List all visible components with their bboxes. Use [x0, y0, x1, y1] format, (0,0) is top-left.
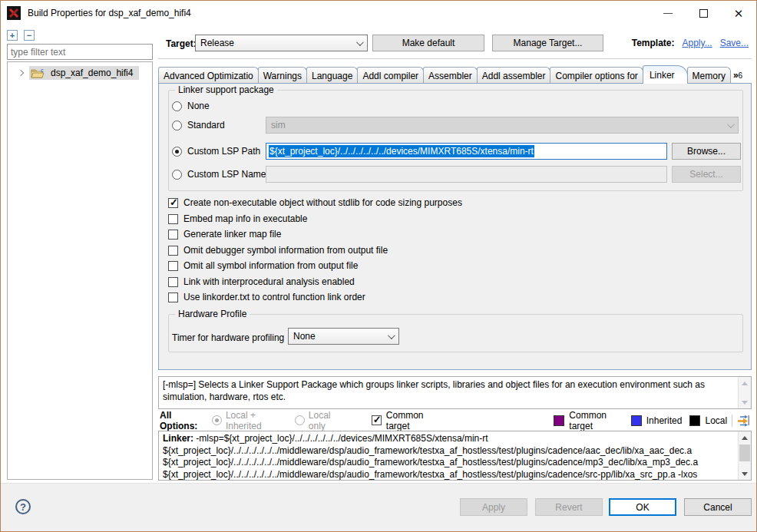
- minimize-button[interactable]: [650, 1, 686, 25]
- checkbox-label[interactable]: Embed map info in executable: [183, 213, 307, 224]
- chevron-down-icon: [356, 38, 364, 46]
- footer: ? Apply Revert OK Cancel: [1, 483, 756, 531]
- svg-text:c: c: [41, 68, 44, 73]
- checkbox-row: Embed map info in executable: [168, 213, 307, 224]
- ipa-checkbox[interactable]: [168, 277, 178, 287]
- help-icon[interactable]: ?: [15, 499, 31, 514]
- scrollbar-thumb[interactable]: [739, 444, 750, 461]
- legend-common-target-swatch: [554, 415, 564, 426]
- timer-label: Timer for hardware profiling: [172, 332, 284, 343]
- tab-overflow-chevron[interactable]: »6: [730, 67, 745, 84]
- lsp-group-title: Linker support package: [175, 84, 277, 95]
- custom-lsp-name-radio[interactable]: [172, 170, 182, 180]
- divider: [732, 415, 732, 427]
- filter-input[interactable]: [7, 44, 153, 60]
- template-save-link[interactable]: Save...: [720, 38, 749, 48]
- legend-inherited-label: Inherited: [646, 415, 683, 426]
- checkbox-label[interactable]: Generate linker map file: [183, 229, 281, 240]
- tab-assembler[interactable]: Assembler: [423, 67, 478, 84]
- custom-lsp-path-input[interactable]: ${xt_project_loc}/../../../../../../devi…: [266, 143, 667, 160]
- template-apply-link[interactable]: Apply...: [683, 38, 712, 48]
- local-inherited-label: Local + Inherited: [226, 410, 284, 431]
- custom-lsp-path-radio[interactable]: [172, 147, 182, 157]
- scroll-up-icon[interactable]: [739, 431, 751, 444]
- all-options-text-box[interactable]: Linker: -mlsp=${xt_project_loc}/../../..…: [158, 431, 752, 481]
- tab-compiler-options[interactable]: Compiler options for: [550, 67, 643, 84]
- linkorder-checkbox[interactable]: [168, 292, 178, 302]
- tab-memory[interactable]: Memory: [687, 67, 731, 84]
- chevron-right-icon[interactable]: [18, 70, 24, 76]
- linker-map-checkbox[interactable]: [168, 230, 178, 240]
- none-radio-label[interactable]: None: [187, 101, 210, 111]
- custom-lsp-name-input: [266, 166, 667, 183]
- checkbox-row: Generate linker map file: [168, 229, 281, 240]
- custom-lsp-path-label[interactable]: Custom LSP Path: [187, 146, 260, 157]
- tab-language[interactable]: Language: [306, 67, 358, 84]
- checkbox-label[interactable]: Omit debugger symbol information from ou…: [183, 245, 388, 256]
- target-value: Release: [200, 38, 234, 48]
- local-only-radio: [295, 415, 305, 425]
- common-target-checkbox-label[interactable]: Common target: [386, 410, 440, 431]
- legend-common-target-label: Common target: [569, 410, 623, 431]
- separator: [158, 58, 752, 59]
- help-scrollbar[interactable]: [738, 377, 751, 408]
- cancel-button[interactable]: Cancel: [684, 498, 752, 516]
- scroll-up-icon[interactable]: [739, 377, 751, 389]
- checkbox-label[interactable]: Create non-executable object without std…: [183, 197, 462, 208]
- option-help-box[interactable]: [-mlsp=] Selects a Linker Support Packag…: [158, 376, 752, 409]
- target-combobox[interactable]: Release: [195, 35, 368, 51]
- checkbox-label[interactable]: Link with interprocedural analysis enabl…: [183, 276, 355, 287]
- tab-bar: Advanced Optimizatio Warnings Language A…: [158, 65, 752, 84]
- ok-button[interactable]: OK: [609, 498, 676, 516]
- radio-row-standard: Standard: [172, 120, 225, 131]
- manage-target-button[interactable]: Manage Target...: [492, 35, 603, 51]
- maximize-button[interactable]: [686, 1, 721, 25]
- browse-button[interactable]: Browse...: [672, 143, 741, 160]
- custom-lsp-name-label[interactable]: Custom LSP Name: [187, 169, 266, 180]
- revert-button: Revert: [535, 498, 603, 516]
- select-button: Select...: [672, 166, 741, 183]
- hardware-profile-title: Hardware Profile: [175, 309, 250, 319]
- standard-lsp-value: sim: [271, 120, 286, 131]
- scroll-down-icon[interactable]: [739, 396, 751, 408]
- omit-debugger-symbols-checkbox[interactable]: [168, 246, 178, 256]
- apply-button: Apply: [460, 498, 527, 516]
- linker-options-line: ${xt_project_loc}/../../../../../../midd…: [163, 457, 732, 469]
- checkbox-row: Use linkorder.txt to control function li…: [168, 292, 365, 302]
- common-target-checkbox[interactable]: [372, 415, 382, 425]
- collapse-all-icon[interactable]: −: [24, 30, 35, 41]
- linker-options-line: ${xt_project_loc}/../../../../../../midd…: [163, 469, 732, 481]
- radio-row-custom-path: Custom LSP Path: [172, 146, 260, 157]
- checkbox-row: Omit all symbol information from output …: [168, 260, 358, 271]
- tab-linker[interactable]: Linker: [643, 65, 688, 84]
- none-radio[interactable]: [172, 101, 182, 111]
- checkbox-row: Create non-executable object without std…: [168, 197, 462, 208]
- stdlib-checkbox[interactable]: [168, 198, 178, 208]
- target-label: Target:: [166, 38, 197, 49]
- tree-row[interactable]: c dsp_xaf_demo_hifi4: [8, 65, 152, 81]
- checkbox-label[interactable]: Use linkorder.txt to control function li…: [183, 292, 365, 302]
- titlebar: Build Properties for dsp_xaf_demo_hifi4 …: [1, 1, 756, 25]
- tab-warnings[interactable]: Warnings: [258, 67, 307, 84]
- make-default-button[interactable]: Make default: [372, 35, 484, 51]
- checkbox-label[interactable]: Omit all symbol information from output …: [183, 260, 358, 271]
- custom-lsp-path-value: ${xt_project_loc}/../../../../../../devi…: [269, 145, 534, 157]
- build-properties-dialog: Build Properties for dsp_xaf_demo_hifi4 …: [0, 0, 757, 532]
- wrap-text-icon[interactable]: [737, 414, 752, 427]
- expand-all-icon[interactable]: +: [7, 30, 18, 41]
- close-button[interactable]: ✕: [721, 1, 756, 25]
- option-help-text: [-mlsp=] Selects a Linker Support Packag…: [163, 379, 705, 402]
- standard-radio-label[interactable]: Standard: [187, 120, 225, 131]
- omit-all-symbols-checkbox[interactable]: [168, 261, 178, 271]
- tab-addl-compiler[interactable]: Addl compiler: [357, 67, 424, 84]
- scroll-down-icon[interactable]: [739, 468, 751, 480]
- options-scrollbar[interactable]: [738, 431, 751, 480]
- radio-row-custom-name: Custom LSP Name: [172, 169, 266, 180]
- tree-item-label[interactable]: dsp_xaf_demo_hifi4: [51, 68, 133, 78]
- tab-advanced-optimization[interactable]: Advanced Optimizatio: [158, 67, 259, 84]
- tab-addl-assembler[interactable]: Addl assembler: [477, 67, 551, 84]
- standard-radio[interactable]: [172, 121, 182, 131]
- embed-map-checkbox[interactable]: [168, 214, 178, 224]
- linker-tab-panel: Linker support package None Standard sim…: [158, 83, 752, 370]
- timer-combobox[interactable]: None: [288, 328, 399, 345]
